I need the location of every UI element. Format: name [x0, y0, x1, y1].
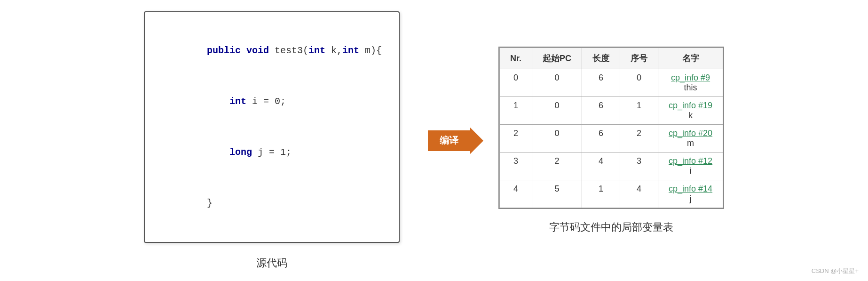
cell-nr-1: 1: [500, 97, 532, 125]
col-header-name: 名字: [658, 48, 723, 69]
kw-int-2: int: [342, 45, 359, 56]
table-row: 0 0 6 0 cp_info #9 this: [500, 69, 723, 97]
table-row: 3 2 4 3 cp_info #12 i: [500, 153, 723, 180]
cell-seq-3: 3: [620, 153, 658, 180]
code-line-2: int i = 0;: [162, 76, 382, 127]
method-name: test3(: [275, 45, 308, 56]
cell-length-0: 6: [582, 69, 620, 97]
arrow-section: 编译: [428, 130, 470, 151]
arrow-label: 编译: [440, 134, 458, 147]
code-box: public void test3(int k,int m){ int i = …: [144, 11, 400, 243]
watermark: CSDN @小星星+: [812, 267, 859, 275]
kw-void: void: [246, 45, 275, 56]
left-section: public void test3(int k,int m){ int i = …: [144, 11, 400, 270]
cp-link-1[interactable]: cp_info #19: [669, 101, 712, 110]
cell-name-2: cp_info #20 m: [658, 125, 723, 153]
cell-length-3: 4: [582, 153, 620, 180]
code-line-3: long j = 1;: [162, 127, 382, 178]
right-section: Nr. 起始PC 长度 序号 名字 0 0 6 0 cp_info #9: [498, 47, 724, 234]
source-code-caption: 源代码: [256, 256, 287, 270]
cell-nr-4: 4: [500, 180, 532, 208]
table-row: 2 0 6 2 cp_info #20 m: [500, 125, 723, 153]
col-header-startpc: 起始PC: [532, 48, 582, 69]
var-name-0: this: [684, 83, 697, 92]
cell-startpc-3: 2: [532, 153, 582, 180]
cp-link-4[interactable]: cp_info #14: [669, 184, 712, 193]
compile-arrow: 编译: [428, 130, 470, 151]
kw-long: long: [229, 147, 252, 158]
cell-nr-3: 3: [500, 153, 532, 180]
cell-name-3: cp_info #12 i: [658, 153, 723, 180]
var-name-3: i: [690, 166, 692, 176]
cell-name-1: cp_info #19 k: [658, 97, 723, 125]
cell-length-2: 6: [582, 125, 620, 153]
col-header-nr: Nr.: [500, 48, 532, 69]
cell-seq-0: 0: [620, 69, 658, 97]
cell-seq-1: 1: [620, 97, 658, 125]
var-name-4: j: [690, 194, 692, 203]
table-header-row: Nr. 起始PC 长度 序号 名字: [500, 48, 723, 69]
table-row: 1 0 6 1 cp_info #19 k: [500, 97, 723, 125]
cell-startpc-0: 0: [532, 69, 582, 97]
cell-startpc-1: 0: [532, 97, 582, 125]
arrow-body: 编译: [428, 130, 470, 151]
cell-length-1: 6: [582, 97, 620, 125]
kw-public: public: [207, 45, 246, 56]
code-line-1: public void test3(int k,int m){: [162, 25, 382, 76]
cell-name-0: cp_info #9 this: [658, 69, 723, 97]
cp-link-0[interactable]: cp_info #9: [671, 73, 710, 82]
kw-int-1: int: [308, 45, 325, 56]
cell-startpc-2: 0: [532, 125, 582, 153]
kw-int-3: int: [229, 96, 246, 107]
cell-startpc-4: 5: [532, 180, 582, 208]
var-name-2: m: [687, 138, 694, 148]
code-line-4: }: [162, 178, 382, 229]
col-header-length: 长度: [582, 48, 620, 69]
table-box: Nr. 起始PC 长度 序号 名字 0 0 6 0 cp_info #9: [498, 47, 724, 209]
table-row: 4 5 1 4 cp_info #14 j: [500, 180, 723, 208]
var-name-1: k: [688, 111, 693, 120]
arrow-container: 编译: [428, 130, 470, 151]
main-container: public void test3(int k,int m){ int i = …: [0, 2, 868, 280]
lv-table: Nr. 起始PC 长度 序号 名字 0 0 6 0 cp_info #9: [499, 48, 723, 208]
cell-length-4: 1: [582, 180, 620, 208]
table-caption: 字节码文件中的局部变量表: [549, 220, 673, 234]
cell-seq-2: 2: [620, 125, 658, 153]
cell-name-4: cp_info #14 j: [658, 180, 723, 208]
cp-link-3[interactable]: cp_info #12: [669, 156, 712, 166]
cell-nr-2: 2: [500, 125, 532, 153]
cell-nr-0: 0: [500, 69, 532, 97]
col-header-seq: 序号: [620, 48, 658, 69]
cell-seq-4: 4: [620, 180, 658, 208]
cp-link-2[interactable]: cp_info #20: [669, 128, 712, 138]
